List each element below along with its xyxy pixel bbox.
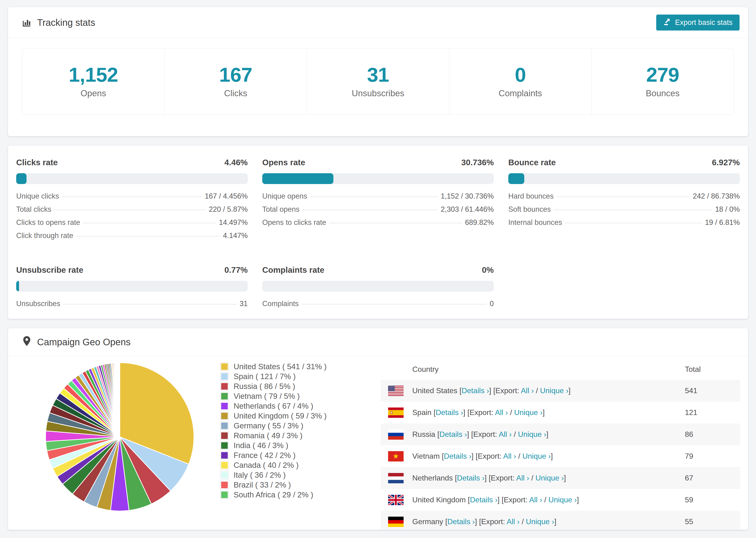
export-basic-stats-button[interactable]: Export basic stats xyxy=(656,15,739,30)
stat-label: Bounces xyxy=(646,88,679,98)
stat-value: 1,152 xyxy=(69,65,118,85)
dotted-leader xyxy=(566,223,702,223)
legend-item-russia[interactable]: Russia ( 86 / 5% ) xyxy=(220,381,327,391)
details-link[interactable]: Details › xyxy=(461,386,489,395)
details-link[interactable]: Details › xyxy=(440,430,467,439)
export-all-link[interactable]: All › xyxy=(503,452,516,460)
progress-bar-fill xyxy=(508,173,524,184)
map-pin-icon xyxy=(23,336,31,349)
total-value: 55 xyxy=(685,517,740,526)
total-value: 86 xyxy=(685,430,740,439)
legend-item-romania[interactable]: Romania ( 49 / 3% ) xyxy=(220,431,327,441)
rate-title: Opens rate xyxy=(262,158,305,167)
total-value: 59 xyxy=(685,496,740,504)
export-unique-link[interactable]: Unique › xyxy=(514,408,543,417)
summary-stats-row: 1,152Opens167Clicks31Unsubscribes0Compla… xyxy=(22,48,734,115)
legend-swatch xyxy=(220,372,229,381)
stat-label: Complaints xyxy=(499,88,542,98)
legend-label: Netherlands ( 67 / 4% ) xyxy=(234,402,313,410)
legend-item-south-africa[interactable]: South Africa ( 29 / 2% ) xyxy=(220,490,327,500)
details-link[interactable]: Details › xyxy=(436,408,463,417)
rate-block-unsubscribe-rate: Unsubscribe rate0.77%Unsubscribes31 xyxy=(16,265,248,313)
rate-detail-row: Clicks to opens rate14.497% xyxy=(16,218,248,232)
progress-bar xyxy=(262,173,494,184)
stat-complaints: 0Complaints xyxy=(449,48,592,115)
dotted-leader xyxy=(64,304,237,304)
geo-title: Campaign Geo Opens xyxy=(37,337,131,348)
rate-detail-row: Unsubscribes31 xyxy=(16,299,248,313)
legend-label: Brazil ( 33 / 2% ) xyxy=(234,480,291,489)
details-link[interactable]: Details › xyxy=(447,517,475,526)
legend-item-brazil[interactable]: Brazil ( 33 / 2% ) xyxy=(220,480,327,490)
column-header-total: Total xyxy=(685,365,740,374)
dotted-leader xyxy=(77,236,220,237)
export-unique-link[interactable]: Unique › xyxy=(518,430,546,439)
details-link[interactable]: Details › xyxy=(457,474,484,482)
export-all-link[interactable]: All › xyxy=(516,474,529,482)
legend-label: India ( 46 / 3% ) xyxy=(234,441,288,450)
geo-pie-chart[interactable] xyxy=(40,357,199,517)
rate-block-opens-rate: Opens rate30.736%Unique opens1,152 / 30.… xyxy=(262,158,494,244)
export-unique-link[interactable]: Unique › xyxy=(522,452,551,460)
country-name: Spain xyxy=(412,408,434,417)
export-all-link[interactable]: All › xyxy=(507,517,519,526)
rate-title: Clicks rate xyxy=(16,158,58,167)
geo-table-row-russia: Russia [Details ›] [Export: All › / Uniq… xyxy=(381,423,740,445)
details-link[interactable]: Details › xyxy=(444,452,471,460)
legend-item-france[interactable]: France ( 42 / 2% ) xyxy=(220,451,327,460)
legend-item-spain[interactable]: Spain ( 121 / 7% ) xyxy=(220,372,327,381)
page-title: Tracking stats xyxy=(37,17,95,28)
rate-block-clicks-rate: Clicks rate4.46%Unique clicks167 / 4.456… xyxy=(16,158,248,244)
legend-item-canada[interactable]: Canada ( 40 / 2% ) xyxy=(220,460,327,470)
rate-block-complaints-rate: Complaints rate0%Complaints0 xyxy=(262,265,494,313)
legend-swatch xyxy=(220,491,229,499)
legend-label: Canada ( 40 / 2% ) xyxy=(234,461,298,470)
export-all-link[interactable]: All › xyxy=(499,430,512,439)
stat-value: 0 xyxy=(515,65,526,85)
stat-bounces: 279Bounces xyxy=(592,48,734,115)
dotted-leader xyxy=(302,304,486,304)
legend-label: United Kingdom ( 59 / 3% ) xyxy=(234,411,327,420)
export-unique-link[interactable]: Unique › xyxy=(526,517,554,526)
stat-label: Unsubscribes xyxy=(352,88,404,98)
dotted-leader xyxy=(329,223,461,223)
stat-unsubscribes: 31Unsubscribes xyxy=(307,48,449,115)
rate-detail-row: Hard bounces242 / 86.738% xyxy=(508,192,740,205)
export-unique-link[interactable]: Unique › xyxy=(540,386,568,395)
rate-detail-row: Internal bounces19 / 6.81% xyxy=(508,218,740,232)
legend-item-vietnam[interactable]: Vietnam ( 79 / 5% ) xyxy=(220,391,327,401)
vn-flag-icon xyxy=(388,451,404,461)
legend-item-united-kingdom[interactable]: United Kingdom ( 59 / 3% ) xyxy=(220,411,327,421)
tracking-stats-header: Tracking stats Export basic stats xyxy=(8,7,748,38)
export-all-link[interactable]: All › xyxy=(521,386,534,395)
progress-bar-fill xyxy=(16,281,19,292)
stat-label: Opens xyxy=(81,88,106,98)
legend-swatch xyxy=(220,392,229,400)
legend-swatch xyxy=(220,363,229,371)
legend-item-india[interactable]: India ( 46 / 3% ) xyxy=(220,441,327,451)
export-all-link[interactable]: All › xyxy=(495,408,508,417)
legend-item-germany[interactable]: Germany ( 55 / 3% ) xyxy=(220,421,327,431)
stat-value: 167 xyxy=(219,65,252,85)
export-all-link[interactable]: All › xyxy=(529,496,542,504)
legend-item-united-states[interactable]: United States ( 541 / 31% ) xyxy=(220,362,327,372)
gb-flag-icon xyxy=(388,495,404,505)
legend-label: Spain ( 121 / 7% ) xyxy=(234,372,296,381)
export-unique-link[interactable]: Unique › xyxy=(549,496,577,504)
legend-swatch xyxy=(220,402,229,410)
geo-table-row-united-states: United States [Details ›] [Export: All ›… xyxy=(381,380,740,402)
country-name: Netherlands xyxy=(412,474,455,482)
geo-table: Country Total United States [Details ›] … xyxy=(381,359,740,530)
geo-table-header: Country Total xyxy=(381,359,740,380)
nl-flag-icon xyxy=(388,473,404,483)
legend-item-netherlands[interactable]: Netherlands ( 67 / 4% ) xyxy=(220,401,327,411)
geo-table-row-netherlands: Netherlands [Details ›] [Export: All › /… xyxy=(381,467,740,489)
details-link[interactable]: Details › xyxy=(470,496,497,504)
country-name: Germany xyxy=(412,517,445,526)
export-unique-link[interactable]: Unique › xyxy=(536,474,564,482)
total-value: 121 xyxy=(685,408,740,417)
legend-item-italy[interactable]: Italy ( 36 / 2% ) xyxy=(220,470,327,480)
rates-card: Clicks rate4.46%Unique clicks167 / 4.456… xyxy=(8,145,748,319)
dotted-leader xyxy=(554,210,712,210)
legend-label: Romania ( 49 / 3% ) xyxy=(234,431,302,440)
